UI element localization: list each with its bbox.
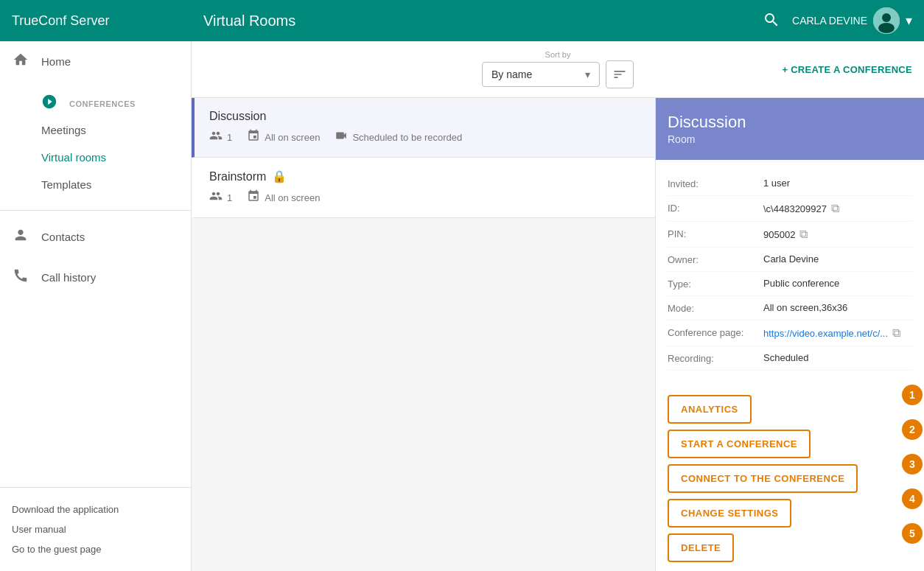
sidebar-item-call-history[interactable]: Call history — [0, 257, 191, 298]
recording-label: Recording: — [668, 352, 763, 364]
svg-point-1 — [882, 13, 891, 22]
owner-label: Owner: — [668, 253, 763, 265]
call-history-icon — [12, 267, 29, 287]
sort-dropdown[interactable]: By name ▾ — [482, 62, 600, 87]
conference-meta-discussion: 1 All on screen Scheduled — [209, 129, 640, 145]
sidebar-footer: Download the application User manual Go … — [0, 487, 191, 571]
detail-row-recording: Recording: Scheduled — [668, 346, 912, 371]
home-label: Home — [41, 55, 71, 68]
start-conference-button[interactable]: START A CONFERENCE — [668, 430, 811, 458]
connect-conference-button[interactable]: CONNECT TO THE CONFERENCE — [668, 464, 858, 493]
conference-item-brainstorm[interactable]: Brainstorm 🔒 1 — [192, 158, 655, 218]
conference-page-link[interactable]: https://video.example.net/c/... — [763, 328, 888, 339]
conferences-section: CONFERENCES Meetings Virtual rooms Templ… — [0, 82, 191, 204]
conference-title-brainstorm: Brainstorm 🔒 — [209, 169, 640, 183]
participants-icon — [209, 129, 223, 145]
participants-icon-2 — [209, 189, 223, 206]
recording-icon — [335, 129, 348, 145]
sidebar-divider — [0, 210, 191, 211]
meetings-label: Meetings — [41, 124, 86, 136]
id-label: ID: — [668, 202, 763, 214]
contacts-icon — [12, 227, 29, 247]
mode-label: Mode: — [668, 302, 763, 314]
meta-layout-2: All on screen — [247, 189, 320, 206]
detail-row-owner: Owner: Carla Devine — [668, 248, 912, 272]
delete-button[interactable]: DELETE — [668, 533, 734, 562]
page-title: Virtual Rooms — [203, 13, 763, 29]
meta-participants: 1 — [209, 129, 232, 145]
copy-pin-icon[interactable]: ⧉ — [799, 228, 808, 241]
contacts-label: Contacts — [41, 231, 85, 243]
recording-value: Scheduled — [763, 352, 912, 363]
owner-value: Carla Devine — [763, 253, 912, 265]
user-menu[interactable]: CARLA DEVINE ▾ — [792, 7, 912, 34]
step-badge-1: 1 — [902, 385, 923, 405]
conference-item-discussion[interactable]: Discussion 1 All — [192, 98, 655, 158]
analytics-button[interactable]: ANALYTICS — [668, 395, 752, 424]
call-history-label: Call history — [41, 271, 96, 284]
user-manual-link[interactable]: User manual — [12, 519, 179, 539]
sidebar-nav: Home CONFERENCES Meetings Virtual rooms — [0, 41, 191, 487]
copy-page-icon[interactable]: ⧉ — [892, 326, 900, 340]
step-badge-5: 5 — [902, 523, 923, 544]
step-badge-4: 4 — [902, 488, 923, 509]
top-header: TrueConf Server Virtual Rooms CARLA DEVI… — [0, 0, 924, 41]
detail-row-pin: PIN: 905002 ⧉ — [668, 222, 912, 248]
avatar — [873, 7, 900, 34]
copy-id-icon[interactable]: ⧉ — [831, 202, 839, 215]
download-app-link[interactable]: Download the application — [12, 500, 179, 519]
invited-label: Invited: — [668, 178, 763, 189]
svg-point-2 — [878, 23, 895, 33]
detail-row-id: ID: \c\4483209927 ⧉ — [668, 196, 912, 222]
layout-icon — [247, 129, 260, 145]
guest-page-link[interactable]: Go to the guest page — [12, 539, 179, 559]
detail-body: Invited: 1 user ID: \c\4483209927 ⧉ PIN: — [656, 160, 924, 386]
layout-icon-2 — [247, 189, 260, 206]
detail-actions: ANALYTICS 1 START A CONFERENCE 2 CONNECT… — [656, 386, 924, 571]
app-title: TrueConf Server — [12, 13, 203, 29]
create-conference-button[interactable]: + CREATE A CONFERENCE — [782, 64, 912, 75]
conference-title-discussion: Discussion — [209, 110, 640, 123]
templates-label: Templates — [41, 178, 91, 191]
dropdown-arrow-icon: ▾ — [585, 69, 590, 80]
meta-recording: Scheduled to be recorded — [335, 129, 462, 145]
sort-value: By name — [491, 69, 532, 80]
mode-value: All on screen,36x36 — [763, 302, 912, 313]
start-btn-wrapper: START A CONFERENCE 2 — [668, 430, 912, 458]
sidebar-item-virtual-rooms[interactable]: Virtual rooms — [0, 144, 191, 171]
home-icon — [12, 52, 29, 71]
detail-row-mode: Mode: All on screen,36x36 — [668, 296, 912, 320]
analytics-btn-wrapper: ANALYTICS 1 — [668, 395, 912, 424]
conference-meta-brainstorm: 1 All on screen — [209, 189, 640, 206]
sidebar-item-meetings[interactable]: Meetings — [0, 116, 191, 144]
meta-layout: All on screen — [247, 129, 320, 145]
detail-row-invited: Invited: 1 user — [668, 172, 912, 196]
conferences-section-label: CONFERENCES — [69, 99, 136, 108]
sidebar-item-contacts[interactable]: Contacts — [0, 217, 191, 257]
type-value: Public conference — [763, 278, 912, 289]
type-label: Type: — [668, 278, 763, 290]
invited-value: 1 user — [763, 178, 912, 189]
sort-label: Sort by — [545, 50, 571, 59]
conference-page-value: https://video.example.net/c/... ⧉ — [763, 326, 912, 340]
pin-value: 905002 ⧉ — [763, 228, 912, 241]
virtual-rooms-label: Virtual rooms — [41, 151, 106, 164]
chevron-down-icon: ▾ — [906, 13, 912, 29]
conference-page-label: Conference page: — [668, 326, 763, 338]
detail-row-type: Type: Public conference — [668, 272, 912, 296]
change-settings-button[interactable]: CHANGE SETTINGS — [668, 499, 791, 528]
delete-btn-wrapper: DELETE 5 — [668, 533, 912, 562]
sidebar-item-templates[interactable]: Templates — [0, 171, 191, 198]
toolbar: Sort by By name ▾ + CREATE A CONFERENCE — [192, 41, 924, 98]
detail-panel: Discussion Room Invited: 1 user ID: \c\4… — [655, 98, 924, 571]
filter-button[interactable] — [606, 60, 634, 88]
sidebar-item-home[interactable]: Home — [0, 41, 191, 82]
connect-btn-wrapper: CONNECT TO THE CONFERENCE 3 — [668, 464, 912, 493]
search-icon[interactable] — [763, 11, 780, 31]
split-view: Discussion 1 All — [192, 98, 924, 571]
content-area: Sort by By name ▾ + CREATE A CONFERENCE — [192, 41, 924, 571]
detail-title: Discussion — [668, 113, 912, 132]
lock-icon: 🔒 — [272, 169, 287, 183]
main-layout: Home CONFERENCES Meetings Virtual rooms — [0, 41, 924, 571]
conferences-label: CONFERENCES — [0, 88, 191, 116]
